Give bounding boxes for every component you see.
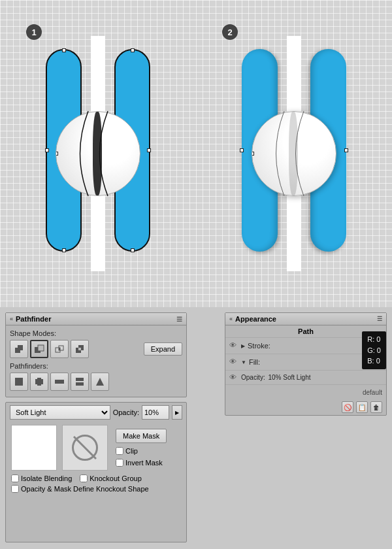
pathfinders-label: Pathfinders: [10,362,182,370]
default-row: default [225,385,386,399]
appearance-list-icon[interactable]: ☰ [377,316,382,322]
svg-rect-10 [15,378,19,386]
isolate-label: Isolate Blending [21,474,72,482]
svg-rect-1 [18,345,23,350]
expand-button[interactable]: Expand [144,342,182,356]
pf-btn-4[interactable] [71,373,89,391]
panels-area: « Pathfinder ☰ Shape Modes: [0,307,392,549]
pf-btn-5[interactable] [91,373,109,391]
clip-checkbox[interactable] [116,447,123,455]
illustration-1 [39,36,157,271]
scene-1: 1 [20,16,176,291]
path-label: Path [298,327,314,335]
svg-marker-17 [96,378,104,386]
knockout-checkbox[interactable] [80,474,88,482]
g-value: G: 0 [367,345,381,356]
pathfinder-menu: ☰ [176,316,182,323]
opacity-input[interactable] [142,405,169,420]
opacity-mask-row: Opacity & Mask Define Knockout Shape [6,484,186,494]
pf-btn-3[interactable] [50,373,69,391]
stroke-visibility-icon[interactable]: 👁 [229,341,238,350]
opacity-mask-checkbox-item: Opacity & Mask Define Knockout Shape [11,485,149,493]
svg-rect-6 [59,348,60,350]
knockout-checkbox-item: Knockout Group [80,474,142,482]
swatch-area: Make Mask Clip Invert Mask [6,422,186,473]
intersect-btn[interactable] [50,340,69,358]
isolate-checkbox[interactable] [11,474,19,482]
pathfinders-row [10,373,182,391]
appearance-trash-icon[interactable]: 🗑 [370,401,382,413]
opacity-visibility-icon[interactable]: 👁 [229,373,238,382]
opacity-label: Opacity: [113,408,139,416]
appearance-menu: ☰ [377,316,382,322]
no-mask-icon [72,435,98,461]
opacity-mask-checkbox[interactable] [11,485,19,493]
pf-btn-2[interactable] [30,373,48,391]
isolate-checkbox-item: Isolate Blending [11,474,72,482]
r-value: R: 0 [367,334,381,345]
invert-checkbox[interactable] [116,459,123,467]
pf-btn-1[interactable] [10,373,28,391]
pathfinder-titlebar: « Pathfinder ☰ [6,313,186,325]
transparency-panel: Soft Light Opacity: ▶ Make Mask Clip [5,402,187,542]
opacity-row[interactable]: 👁 Opacity: 10% Soft Light [225,371,386,385]
canvas-area: 1 [0,0,392,307]
appearance-no-icon[interactable]: 🚫 [342,401,353,413]
clip-label: Clip [125,447,138,455]
fill-expand-icon[interactable]: ▼ [241,359,246,365]
make-mask-button[interactable]: Make Mask [116,429,167,443]
mask-swatch-white[interactable] [11,425,57,471]
mask-swatch-circle[interactable] [62,425,108,471]
fill-label: Fill: [249,358,368,366]
b-value: B: 0 [367,356,381,367]
exclude-btn[interactable] [71,340,89,358]
appearance-panel: « Appearance ☰ Path 👁 ▶ Stroke: 👁 ▼ Fill… [225,312,387,416]
invert-checkbox-item: Invert Mask [116,459,167,467]
opacity-value-label: Opacity: 10% Soft Light [241,374,311,381]
appearance-titlebar: « Appearance ☰ [225,313,386,325]
pathfinder-panel: « Pathfinder ☰ Shape Modes: [5,312,187,397]
illustration-2 [235,36,353,271]
arc-svg-1 [39,101,157,206]
pathfinder-menu-icon[interactable]: ☰ [176,316,182,323]
svg-rect-9 [78,348,81,350]
invert-label: Invert Mask [125,459,163,467]
minus-front-btn[interactable] [30,340,48,358]
shape-modes-row: Expand [10,340,182,358]
isolate-knockout-row: Isolate Blending Knockout Group [6,473,186,484]
stroke-label: Stroke: [248,342,368,350]
svg-rect-3 [38,345,44,351]
appearance-title: Appearance [235,315,276,323]
svg-rect-11 [19,378,23,386]
pathfinder-body: Shape Modes: [6,325,186,395]
stroke-expand-icon[interactable]: ▶ [241,343,245,349]
blend-opacity-row: Soft Light Opacity: ▶ [6,403,186,422]
fill-visibility-icon[interactable]: 👁 [229,358,238,367]
svg-rect-15 [76,378,84,381]
knockout-label: Knockout Group [90,474,142,482]
default-label: default [363,389,382,396]
opacity-arrow-btn[interactable]: ▶ [172,405,182,420]
pathfinder-title: Pathfinder [16,315,51,323]
rgb-tooltip: R: 0 G: 0 B: 0 [362,331,386,369]
blend-mode-select[interactable]: Soft Light [10,405,110,420]
arc-svg-2 [235,101,353,206]
pathfinder-collapse-icon[interactable]: « [10,316,13,322]
appearance-add-icon[interactable]: 📋 [356,401,368,413]
svg-rect-16 [76,382,84,386]
appearance-collapse-icon[interactable]: « [229,316,233,322]
appearance-bottom-bar: 🚫 📋 🗑 [225,399,386,415]
svg-rect-13 [37,378,41,386]
clip-checkbox-item: Clip [116,447,167,455]
scene-2: 2 [216,16,372,291]
opacity-mask-label: Opacity & Mask Define Knockout Shape [21,485,149,493]
svg-rect-14 [55,380,64,384]
shape-modes-label: Shape Modes: [10,329,182,337]
unite-btn[interactable] [10,340,28,358]
